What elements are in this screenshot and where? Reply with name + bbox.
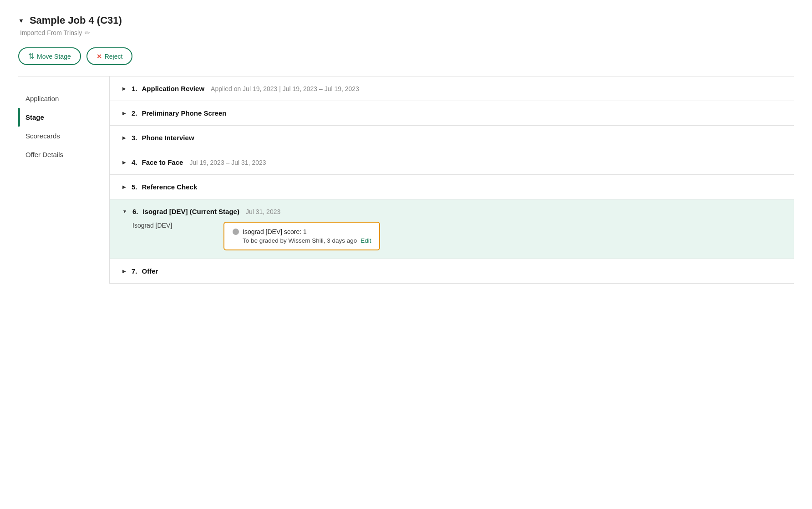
stage-1-number: 1. [132, 85, 137, 92]
job-collapse-arrow[interactable]: ▼ [18, 17, 24, 24]
stage-6-meta: Jul 31, 2023 [246, 208, 280, 215]
stage-6-name: Isograd [DEV] (Current Stage) [142, 208, 239, 215]
sidebar-item-scorecards[interactable]: Scorecards [18, 127, 109, 145]
stage-6-header[interactable]: ▼ 6. Isograd [DEV] (Current Stage) Jul 3… [122, 208, 781, 215]
sidebar-item-stage[interactable]: Stage [18, 108, 109, 127]
reject-icon: ✕ [96, 53, 102, 60]
stage-1-header[interactable]: ▶ 1. Application Review Applied on Jul 1… [122, 85, 781, 92]
stage-row-7: ▶ 7. Offer [110, 259, 794, 284]
stage-content: ▶ 1. Application Review Applied on Jul 1… [109, 76, 794, 284]
sidebar-item-application[interactable]: Application [18, 89, 109, 108]
stage-row-6: ▼ 6. Isograd [DEV] (Current Stage) Jul 3… [110, 199, 794, 259]
sidebar-label-scorecards: Scorecards [25, 132, 60, 140]
sidebar-label-application: Application [25, 95, 59, 102]
score-line2: To be graded by Wissem Shili, 3 days ago… [233, 237, 371, 244]
move-stage-label: Move Stage [37, 53, 71, 60]
stage-row-3: ▶ 3. Phone Interview [110, 126, 794, 150]
sidebar-item-offer-details[interactable]: Offer Details [18, 145, 109, 164]
stage-7-arrow: ▶ [122, 269, 126, 274]
sidebar-label-stage: Stage [25, 113, 44, 121]
page-container: ▼ Sample Job 4 (C31) Imported From Trins… [0, 0, 812, 509]
reject-label: Reject [105, 53, 123, 60]
stage-5-name: Reference Check [142, 183, 198, 191]
stage-1-name: Application Review [142, 85, 205, 92]
stage-6-arrow: ▼ [122, 209, 127, 214]
reject-button[interactable]: ✕ Reject [86, 47, 133, 65]
job-subtitle-text: Imported From Trinsly [20, 29, 82, 36]
stage-4-number: 4. [132, 158, 137, 166]
sidebar-label-offer-details: Offer Details [25, 151, 63, 158]
stage-4-name: Face to Face [142, 158, 183, 166]
stage-4-meta: Jul 19, 2023 – Jul 31, 2023 [189, 159, 266, 166]
stage-6-sublabel: Isograd [DEV] [132, 222, 223, 229]
stage-row-2: ▶ 2. Preliminary Phone Screen [110, 101, 794, 126]
stage-6-number: 6. [132, 208, 138, 215]
stage-4-arrow: ▶ [122, 160, 126, 165]
score-edit-link[interactable]: Edit [360, 237, 371, 244]
stage-3-header[interactable]: ▶ 3. Phone Interview [122, 134, 781, 142]
stage-1-meta: Applied on Jul 19, 2023 | Jul 19, 2023 –… [211, 85, 359, 92]
score-dot-icon [233, 229, 239, 235]
stage-7-name: Offer [142, 267, 158, 275]
job-title-text: Sample Job 4 (C31) [30, 15, 122, 26]
move-stage-icon: ⇅ [28, 52, 34, 61]
stage-3-name: Phone Interview [142, 134, 194, 142]
action-buttons: ⇅ Move Stage ✕ Reject [18, 47, 794, 65]
stage-5-number: 5. [132, 183, 137, 191]
stage-row-5: ▶ 5. Reference Check [110, 175, 794, 199]
stage-2-header[interactable]: ▶ 2. Preliminary Phone Screen [122, 109, 781, 117]
move-stage-button[interactable]: ⇅ Move Stage [18, 47, 81, 65]
stage-1-arrow: ▶ [122, 86, 126, 91]
stage-row-1: ▶ 1. Application Review Applied on Jul 1… [110, 76, 794, 101]
job-edit-icon[interactable]: ✏ [85, 29, 90, 36]
stage-3-number: 3. [132, 134, 137, 142]
job-title-row: ▼ Sample Job 4 (C31) [18, 15, 794, 26]
stage-7-header[interactable]: ▶ 7. Offer [122, 267, 781, 275]
main-layout: Application Stage Scorecards Offer Detai… [18, 76, 794, 284]
score-box: Isograd [DEV] score: 1 To be graded by W… [223, 222, 380, 250]
sidebar: Application Stage Scorecards Offer Detai… [18, 76, 109, 284]
stage-3-arrow: ▶ [122, 135, 126, 140]
score-line1: Isograd [DEV] score: 1 [233, 228, 371, 235]
stage-2-arrow: ▶ [122, 111, 126, 116]
stage-5-header[interactable]: ▶ 5. Reference Check [122, 183, 781, 191]
stage-2-name: Preliminary Phone Screen [142, 109, 227, 117]
score-detail: To be graded by Wissem Shili, 3 days ago [243, 237, 357, 244]
stage-6-subrow: Isograd [DEV] Isograd [DEV] score: 1 To … [122, 222, 781, 250]
job-subtitle-row: Imported From Trinsly ✏ [20, 29, 794, 36]
score-label: Isograd [DEV] score: 1 [243, 228, 307, 235]
stage-row-4: ▶ 4. Face to Face Jul 19, 2023 – Jul 31,… [110, 150, 794, 175]
stage-2-number: 2. [132, 109, 137, 117]
stage-4-header[interactable]: ▶ 4. Face to Face Jul 19, 2023 – Jul 31,… [122, 158, 781, 166]
stage-5-arrow: ▶ [122, 184, 126, 189]
stage-7-number: 7. [132, 267, 137, 275]
